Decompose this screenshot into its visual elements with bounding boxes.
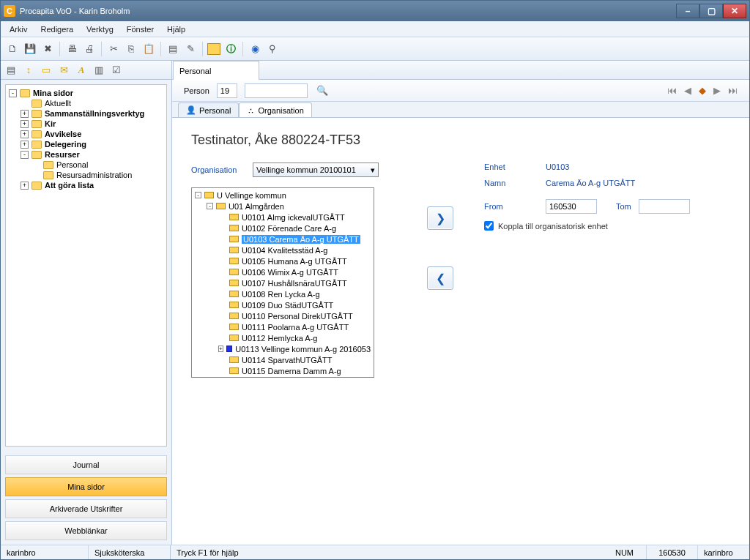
org-tree-item[interactable]: U0115 Damerna Damm A-g bbox=[217, 365, 372, 376]
print-icon[interactable]: 🖶 bbox=[64, 42, 79, 56]
assign-left-button[interactable]: ❮ bbox=[427, 266, 453, 290]
tree-item[interactable]: -Resurser bbox=[21, 149, 163, 160]
org-tree-item[interactable]: U0106 Wimix A-g UTGÅTT bbox=[217, 266, 372, 277]
font-icon[interactable]: A bbox=[74, 63, 89, 78]
menu-bar: Arkiv Redigera Verktyg Fönster Hjälp bbox=[1, 21, 749, 37]
org-tree-item[interactable]: U0105 Humana A-g UTGÅTT bbox=[217, 255, 372, 266]
menu-arkiv[interactable]: Arkiv bbox=[4, 23, 33, 35]
org-tree-item[interactable]: +U0113 Vellinge kommun A-g 2016053 bbox=[217, 343, 372, 354]
cut-icon[interactable]: ✂ bbox=[106, 42, 121, 56]
org-select[interactable]: Vellinge kommun 20100101 ▾ bbox=[253, 163, 379, 177]
person-search-input[interactable] bbox=[245, 83, 308, 98]
enhet-value: U0103 bbox=[546, 163, 569, 171]
from-label: From bbox=[484, 202, 546, 211]
org-tree-item[interactable]: U0103 Carema Äo A-g UTGÅTT bbox=[217, 234, 372, 244]
prev-icon[interactable]: ◀ bbox=[684, 85, 691, 96]
tree-item[interactable]: Resursadministration bbox=[32, 170, 163, 180]
tree-item[interactable]: Personal bbox=[32, 160, 163, 170]
namn-label: Namn bbox=[484, 179, 546, 187]
org-tree-item[interactable]: U0116 Unglans hemhjälp A-g bbox=[217, 376, 372, 378]
org-tree-item[interactable]: U0110 Personal DirekUTGÅTT bbox=[217, 310, 372, 321]
org-tree-item[interactable]: U0112 Hemlycka A-g bbox=[217, 332, 372, 343]
from-input[interactable] bbox=[546, 199, 597, 214]
menu-verktyg[interactable]: Verktyg bbox=[81, 23, 119, 35]
copy-icon[interactable]: ⎘ bbox=[124, 42, 138, 56]
highlight-icon[interactable] bbox=[207, 43, 220, 55]
tom-input[interactable] bbox=[639, 199, 690, 214]
org-tree-item[interactable]: U0109 Duo StädUTGÅTT bbox=[217, 299, 372, 310]
status-bar: karinbro Sjuksköterska Tryck F1 för hjäl… bbox=[1, 545, 749, 559]
tree-item[interactable]: +Delegering bbox=[21, 139, 163, 149]
print-preview-icon[interactable]: 🖨 bbox=[82, 42, 97, 56]
btn-journal[interactable]: Journal bbox=[5, 455, 167, 474]
org-tree-item[interactable]: U0102 Förenade Care A-g bbox=[217, 223, 372, 234]
org-tree[interactable]: -U Vellinge kommun-U01 AlmgårdenU0101 Al… bbox=[191, 187, 374, 378]
info-icon[interactable]: ⓘ bbox=[223, 42, 238, 56]
assign-right-button[interactable]: ❯ bbox=[427, 206, 453, 230]
tree-root[interactable]: - Mina sidor bbox=[9, 88, 163, 98]
status-role: Sjuksköterska bbox=[89, 545, 171, 559]
last-icon[interactable]: ⏭ bbox=[728, 85, 738, 96]
folder-icon[interactable]: ▭ bbox=[39, 63, 53, 78]
tom-label: Tom bbox=[616, 202, 631, 211]
left-toolbar: ▤ ↕ ▭ ✉ A ▥ ☑ bbox=[1, 61, 171, 80]
tree-item[interactable]: +Kir bbox=[21, 119, 163, 129]
tree-item[interactable]: +Sammanställningsverktyg bbox=[21, 108, 163, 119]
delete-icon[interactable]: ✖ bbox=[40, 42, 55, 56]
minimize-button[interactable]: – bbox=[676, 4, 699, 18]
person-label: Person bbox=[184, 86, 209, 95]
first-icon[interactable]: ⏮ bbox=[667, 85, 677, 96]
org-tree-item[interactable]: U0101 Almg ickevalUTGÅTT bbox=[217, 212, 372, 223]
current-icon[interactable]: ◆ bbox=[699, 85, 706, 96]
new-icon[interactable]: 🗋 bbox=[5, 42, 20, 56]
wand-icon[interactable]: ✎ bbox=[183, 42, 198, 56]
enhet-label: Enhet bbox=[484, 163, 546, 171]
inner-tab-organisation[interactable]: ⛬ Organisation bbox=[239, 102, 311, 117]
tree-item[interactable]: +Avvikelse bbox=[21, 129, 163, 139]
lookup-icon[interactable]: 🔍 bbox=[315, 83, 330, 98]
person-id-input[interactable] bbox=[217, 83, 237, 98]
help-icon[interactable]: ◉ bbox=[248, 42, 262, 56]
menu-hjalp[interactable]: Hjälp bbox=[161, 23, 191, 35]
check-icon[interactable]: ☑ bbox=[109, 63, 124, 78]
person-title: Testinator, Åke 880224-TF53 bbox=[191, 132, 730, 148]
next-icon[interactable]: ▶ bbox=[713, 85, 721, 96]
btn-arkiverade[interactable]: Arkiverade Utskrifter bbox=[5, 499, 167, 518]
note-icon[interactable]: ▥ bbox=[92, 63, 106, 78]
koppla-label: Koppla till organisatorisk enhet bbox=[498, 222, 608, 231]
close-button[interactable]: ✕ bbox=[723, 4, 746, 18]
side-tree[interactable]: - Mina sidor Aktuellt+Sammanställningsve… bbox=[5, 84, 167, 447]
menu-redigera[interactable]: Redigera bbox=[34, 23, 79, 35]
status-num: NUM bbox=[603, 545, 647, 559]
toggle-icon[interactable]: ▤ bbox=[4, 63, 18, 78]
sub-header: Person 🔍 ⏮ ◀ ◆ ▶ ⏭ bbox=[172, 80, 749, 102]
org-icon: ⛬ bbox=[247, 106, 255, 115]
right-tabs-bar: Personal bbox=[172, 61, 749, 80]
mail-icon[interactable]: ✉ bbox=[56, 63, 71, 78]
paste-icon[interactable]: 📋 bbox=[141, 42, 156, 56]
tool-icon[interactable]: ⚲ bbox=[265, 42, 280, 56]
status-user2: karinbro bbox=[698, 545, 749, 559]
org-tree-item[interactable]: -U Vellinge kommun bbox=[193, 190, 372, 201]
title-bar: C Procapita VoO - Karin Broholm – ▢ ✕ bbox=[1, 1, 749, 21]
btn-mina-sidor[interactable]: Mina sidor bbox=[5, 477, 167, 496]
sort-icon[interactable]: ↕ bbox=[21, 63, 36, 78]
tree-item[interactable]: Aktuellt bbox=[21, 98, 163, 108]
org-tree-item[interactable]: U0108 Ren Lycka A-g bbox=[217, 288, 372, 299]
org-tree-item[interactable]: U0114 SparvathUTGÅTT bbox=[217, 354, 372, 365]
tree-item[interactable]: +Att göra lista bbox=[21, 180, 163, 190]
org-tree-item[interactable]: -U01 Almgården bbox=[205, 201, 372, 212]
org-tree-item[interactable]: U0107 HushållsnäraUTGÅTT bbox=[217, 277, 372, 288]
tab-personal[interactable]: Personal bbox=[173, 61, 259, 80]
org-label: Organisation bbox=[191, 165, 253, 174]
inner-tab-personal[interactable]: 👤 Personal bbox=[178, 102, 239, 117]
form-icon[interactable]: ▤ bbox=[166, 42, 180, 56]
org-tree-item[interactable]: U0104 Kvalitetsstäd A-g bbox=[217, 244, 372, 255]
org-tree-item[interactable]: U0111 Poolarna A-g UTGÅTT bbox=[217, 321, 372, 332]
menu-fonster[interactable]: Fönster bbox=[121, 23, 160, 35]
koppla-checkbox[interactable] bbox=[484, 221, 494, 231]
maximize-button[interactable]: ▢ bbox=[699, 4, 723, 18]
status-help: Tryck F1 för hjälp bbox=[171, 548, 603, 557]
save-icon[interactable]: 💾 bbox=[23, 42, 37, 56]
btn-webblankar[interactable]: Webblänkar bbox=[5, 521, 167, 540]
